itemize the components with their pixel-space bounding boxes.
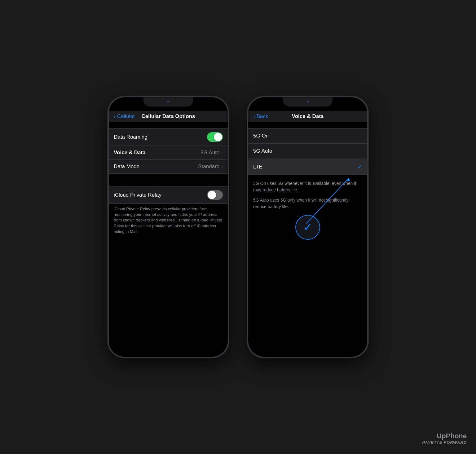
section-cellular-data: Data Roaming Voice & Data 5G Auto › Data… bbox=[109, 128, 228, 174]
notch-dot-2 bbox=[306, 100, 309, 103]
toggle-knob-roaming bbox=[214, 133, 222, 141]
data-mode-row[interactable]: Data Mode Standard › bbox=[109, 160, 228, 174]
data-roaming-label: Data Roaming bbox=[114, 134, 148, 140]
annotation-container: ✓ bbox=[253, 215, 362, 240]
phone-1: ‹ Cellular Cellular Data Options Data Ro… bbox=[108, 96, 229, 358]
option-5g-auto-label: 5G Auto bbox=[253, 148, 272, 154]
desc-5g-auto: 5G Auto uses 5G only when it will not si… bbox=[253, 197, 362, 210]
watermark-payette: PAYETTE FORWARD bbox=[422, 440, 467, 445]
nav-bar-1: ‹ Cellular Cellular Data Options bbox=[109, 111, 228, 122]
voice-data-current: 5G Auto bbox=[201, 150, 219, 156]
data-mode-current: Standard bbox=[198, 164, 219, 170]
back-button-2[interactable]: ‹ Back bbox=[253, 113, 268, 120]
voice-data-row[interactable]: Voice & Data 5G Auto › bbox=[109, 146, 228, 160]
data-mode-label: Data Mode bbox=[114, 164, 139, 170]
desc-5g-on: 5G On uses 5G whenever it is available, … bbox=[253, 180, 362, 193]
option-5g-auto[interactable]: 5G Auto bbox=[248, 144, 367, 159]
checkmark-icon: ✓ bbox=[357, 163, 362, 171]
watermark-upphone: UpPhone bbox=[422, 432, 467, 440]
option-5g-on[interactable]: 5G On bbox=[248, 128, 367, 144]
screen-1: ‹ Cellular Cellular Data Options Data Ro… bbox=[109, 97, 228, 357]
data-mode-value: Standard › bbox=[198, 164, 223, 170]
annotation-checkmark-icon: ✓ bbox=[303, 221, 312, 234]
toggle-knob-icloud bbox=[208, 191, 216, 199]
watermark-up: Up bbox=[437, 432, 446, 440]
voice-data-label: Voice & Data bbox=[114, 150, 146, 156]
voice-data-descriptions: 5G On uses 5G whenever it is available, … bbox=[248, 175, 367, 215]
notch-1 bbox=[143, 97, 193, 107]
icloud-relay-row[interactable]: iCloud Private Relay bbox=[109, 186, 228, 204]
icloud-relay-description: iCloud Private Relay prevents cellular p… bbox=[109, 204, 228, 237]
screen-2: ‹ Back Voice & Data 5G On 5G Auto LTE ✓ … bbox=[248, 97, 367, 357]
option-5g-on-label: 5G On bbox=[253, 133, 269, 139]
data-roaming-toggle[interactable] bbox=[207, 132, 223, 142]
back-chevron-2: ‹ bbox=[253, 113, 255, 120]
notch-2 bbox=[283, 97, 333, 107]
notch-dot-1 bbox=[167, 100, 170, 103]
watermark-phone: Phone bbox=[446, 432, 467, 440]
voice-data-options: 5G On 5G Auto LTE ✓ bbox=[248, 128, 367, 175]
option-lte-label: LTE bbox=[253, 164, 262, 170]
nav-bar-2: ‹ Back Voice & Data bbox=[248, 111, 367, 122]
data-mode-chevron: › bbox=[221, 164, 223, 169]
option-lte[interactable]: LTE ✓ bbox=[248, 159, 367, 175]
section-gap-1 bbox=[109, 174, 228, 180]
icloud-relay-toggle[interactable] bbox=[207, 190, 223, 200]
nav-title-1: Cellular Data Options bbox=[142, 113, 195, 120]
back-button-1[interactable]: ‹ Cellular bbox=[114, 113, 135, 120]
icloud-relay-label: iCloud Private Relay bbox=[114, 192, 161, 198]
back-label-2: Back bbox=[257, 113, 268, 120]
data-roaming-row[interactable]: Data Roaming bbox=[109, 128, 228, 146]
voice-data-value: 5G Auto › bbox=[201, 150, 223, 156]
watermark: UpPhone PAYETTE FORWARD bbox=[422, 432, 467, 445]
back-label-1: Cellular bbox=[117, 113, 135, 120]
section-icloud: iCloud Private Relay bbox=[109, 186, 228, 204]
nav-title-2: Voice & Data bbox=[292, 113, 324, 120]
voice-data-chevron: › bbox=[221, 150, 223, 155]
back-chevron-1: ‹ bbox=[114, 113, 116, 120]
annotation-circle: ✓ bbox=[295, 215, 320, 240]
phone-2: ‹ Back Voice & Data 5G On 5G Auto LTE ✓ … bbox=[247, 96, 368, 358]
